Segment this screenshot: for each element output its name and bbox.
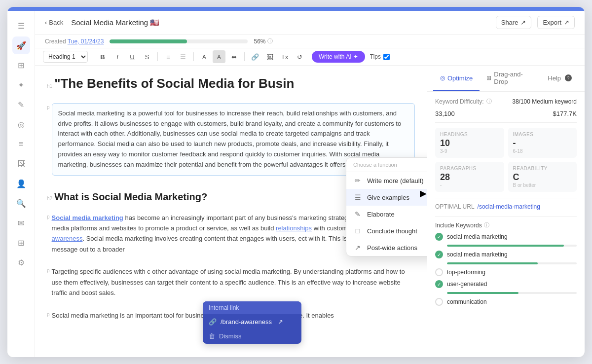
trash-icon: 🗑 [209, 332, 215, 340]
editor-heading-1[interactable]: "The Benefits of Social Media for Busin [54, 75, 294, 92]
h1-container: h1 "The Benefits of Social Media for Bus… [47, 75, 415, 98]
headings-card: HEADINGS 10 3-9 [435, 128, 504, 158]
grid-icon[interactable]: ⊞ [12, 234, 30, 252]
ordered-list-button[interactable]: ≡ [162, 50, 175, 63]
drag-drop-icon: ⊞ [486, 74, 491, 81]
ai-conclude-item[interactable]: □ Conclude thought [346, 222, 427, 239]
menu-icon[interactable]: ☰ [12, 17, 30, 35]
mail-icon[interactable]: ✉ [12, 214, 30, 232]
italic-button[interactable]: I [111, 50, 124, 63]
internal-link-header: Internal link [203, 301, 301, 314]
ai-write-more-item[interactable]: ✏ Write more (default) [346, 172, 427, 189]
align-button[interactable]: ⬌ [227, 50, 240, 63]
undo-button[interactable]: ↺ [293, 50, 306, 63]
kw-item-1: ✓ social media marketing [435, 233, 577, 241]
kw-text-2: social media marketing [447, 251, 508, 258]
images-range: 6-18 [513, 148, 572, 154]
search-sidebar-icon[interactable]: 🔍 [12, 194, 30, 212]
heading-select[interactable]: Heading 1 Heading 2 Paragraph [43, 51, 88, 63]
kw-item-4: ✓ user-generated [435, 280, 577, 288]
kw-text-1: social media marketing [447, 233, 508, 240]
editor-heading-2[interactable]: What is Social Media Marketing? [54, 191, 207, 203]
kw-item-3: top-performing [435, 268, 577, 276]
bold-button[interactable]: B [96, 50, 109, 63]
text-color-button[interactable]: A [198, 50, 211, 63]
include-kw-info-icon[interactable]: ⓘ [484, 221, 489, 229]
internal-link-dismiss[interactable]: 🗑 Dismiss [203, 329, 301, 344]
paragraphs-card: PARAGRAPHS 28 - [435, 162, 504, 192]
sidebar: ☰ 🚀 ⊞ ✦ ✎ ◎ ≡ 🖼 👤 🔍 ✉ ⊞ ⚙ [7, 11, 35, 357]
write-ai-button[interactable]: Write with AI ✦ [312, 51, 365, 63]
kw-check-2: ✓ [435, 251, 443, 258]
created-date[interactable]: Tue, 01/24/23 [68, 38, 104, 45]
headings-range: 3-9 [440, 148, 499, 154]
export-button[interactable]: Export ↗ [537, 16, 575, 29]
kw-difficulty-info-icon[interactable]: ⓘ [486, 98, 492, 105]
list-icon[interactable]: ≡ [12, 135, 30, 153]
image-button[interactable]: 🖼 [263, 50, 276, 63]
tips-checkbox[interactable] [383, 54, 390, 60]
conclude-icon: □ [353, 227, 362, 235]
doc-title: Social Media Marketing 🇺🇸 [71, 18, 159, 27]
help-icon: ? [565, 74, 572, 81]
underline-button[interactable]: U [126, 50, 139, 63]
share-button[interactable]: Share ↗ [496, 16, 532, 29]
image-icon[interactable]: 🖼 [12, 155, 30, 173]
format-clear-button[interactable]: Tx [278, 50, 291, 63]
p3-text[interactable]: Targeting specific audiences with c othe… [52, 266, 415, 298]
ai-dropdown-header: Choose a function [346, 158, 427, 172]
tab-help[interactable]: Help ? [541, 66, 579, 91]
paragraphs-label: PARAGRAPHS [440, 166, 499, 171]
optimal-url-value: /social-media-marketing [478, 203, 540, 210]
optimal-url-row: OPTIMAL URL /social-media-marketing [435, 203, 577, 210]
unordered-list-button[interactable]: ☰ [177, 50, 189, 63]
strikethrough-button[interactable]: S [141, 50, 153, 63]
header: ‹ Back Social Media Marketing 🇺🇸 Share ↗… [35, 11, 585, 35]
right-panel: ◎ Optimize ⊞ Drag-and-Drop Help ? [427, 66, 585, 357]
edit-icon[interactable]: ✎ [12, 96, 30, 113]
magic-icon[interactable]: ✦ [12, 76, 30, 94]
readability-value: C [513, 172, 572, 182]
dashboard-icon[interactable]: ⊞ [12, 56, 30, 74]
divider-2 [435, 198, 577, 198]
kw-difficulty-row: Keyword Difficulty: ⓘ 38/100 Medium keyw… [435, 98, 577, 105]
tab-drag-drop[interactable]: ⊞ Drag-and-Drop [480, 66, 541, 91]
info-icon[interactable]: ⓘ [267, 37, 273, 45]
header-actions: Share ↗ Export ↗ [496, 16, 575, 29]
kw-difficulty-label: Keyword Difficulty: [435, 98, 483, 105]
right-tabs: ◎ Optimize ⊞ Drag-and-Drop Help ? [427, 66, 585, 92]
tips-toggle[interactable]: Tips [370, 53, 390, 60]
body-layout: h1 "The Benefits of Social Media for Bus… [35, 66, 585, 357]
p2-relationships-link[interactable]: relationships [276, 224, 312, 232]
images-label: IMAGES [513, 132, 572, 137]
text-bg-color-button[interactable]: A [213, 50, 225, 63]
kw-bar-1 [447, 245, 577, 247]
p2-social-link[interactable]: Social media marketing [52, 214, 123, 221]
p3-label: p [47, 268, 50, 273]
kw-check-1: ✓ [435, 233, 443, 241]
paragraphs-sub: - [440, 182, 499, 188]
toolbar-divider-2 [157, 52, 158, 61]
ai-post-wide-item[interactable]: ↗ Post-wide actions [346, 239, 427, 256]
rocket-icon[interactable]: 🚀 [12, 36, 30, 54]
internal-link-popup: Internal link 🔗 /brand-awareness ↗ 🗑 Dis… [203, 301, 301, 344]
person-icon[interactable]: 👤 [12, 175, 30, 192]
created-text: Created Tue, 01/24/23 [45, 38, 104, 45]
internal-link-url[interactable]: 🔗 /brand-awareness ↗ [203, 314, 301, 329]
tab-optimize[interactable]: ◎ Optimize [433, 66, 480, 91]
back-arrow-icon: ‹ [45, 19, 47, 26]
p2-label: p [47, 214, 50, 219]
settings-icon[interactable]: ⚙ [12, 254, 30, 271]
location-icon[interactable]: ◎ [12, 115, 30, 133]
kw-item-5: communication [435, 298, 577, 306]
readability-card: READABILITY C B or better [508, 162, 577, 192]
export-icon: ↗ [564, 19, 569, 26]
ai-give-examples-item[interactable]: ☰ Give examples [346, 189, 427, 206]
p3-container: p Targeting specific audiences with c ot… [47, 266, 415, 304]
editor-panel[interactable]: h1 "The Benefits of Social Media for Bus… [35, 66, 427, 357]
back-button[interactable]: ‹ Back [45, 19, 63, 26]
ai-elaborate-item[interactable]: ✎ Elaborate [346, 206, 427, 222]
stats-grid: HEADINGS 10 3-9 IMAGES - 6-18 PARAGRAPHS [435, 128, 577, 192]
ai-function-dropdown: Choose a function ✏ Write more (default)… [346, 157, 427, 256]
link-button[interactable]: 🔗 [249, 50, 261, 63]
